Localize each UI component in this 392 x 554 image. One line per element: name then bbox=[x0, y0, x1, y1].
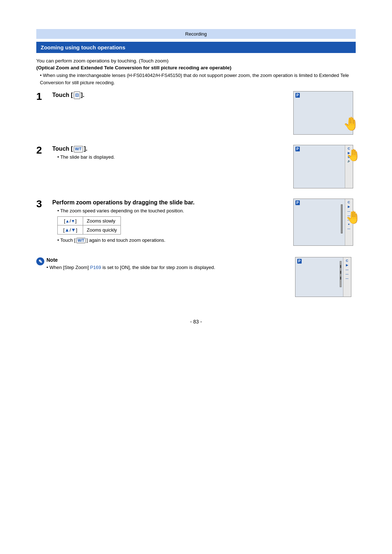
cam-p-badge-2: P bbox=[295, 147, 300, 151]
note-section: ✎ Note • When [Step Zoom] P169 is set to… bbox=[36, 257, 356, 297]
cam-hand-1: 🤚 bbox=[343, 116, 359, 131]
cam-sidebar-note: C ▶ — — — bbox=[343, 257, 351, 297]
step-1-content: Touch [⊡]. bbox=[52, 91, 290, 101]
intro-bold: (Optical Zoom and Extended Tele Conversi… bbox=[36, 65, 356, 70]
zoom-icon-slow: [▲/▼] bbox=[58, 217, 83, 225]
wt-icon-2: W/T bbox=[74, 146, 83, 152]
step-3-title: Perform zoom operations by dragging the … bbox=[52, 199, 283, 207]
cam-screen-note: P C ▶ — — — bbox=[295, 257, 351, 297]
step-3-number: 3 bbox=[36, 199, 49, 210]
step-1-row: 1 Touch [⊡]. P 🤚 bbox=[36, 91, 356, 135]
step-2-image: P C ▶ ⊞ 🔊 🤚 bbox=[290, 145, 356, 188]
step-1-number: 1 bbox=[36, 91, 49, 102]
zoom-table: [▲/▼] Zooms slowly [▲/▼] Zooms quickly bbox=[57, 216, 121, 235]
step-2-content: Touch [W/T]. • The slide bar is displaye… bbox=[52, 145, 290, 160]
note-content: Note • When [Step Zoom] P169 is set to [… bbox=[46, 257, 283, 271]
section-title: Zooming using touch operations bbox=[36, 42, 356, 53]
cam-hand-2: 🤚 bbox=[346, 148, 361, 162]
note-text: • When [Step Zoom] P169 is set to [ON], … bbox=[46, 264, 283, 271]
recording-label: Recording bbox=[185, 31, 207, 37]
page: Recording Zooming using touch operations… bbox=[0, 0, 392, 554]
cam-p-badge-1: P bbox=[295, 93, 300, 98]
step-2-title: Touch [W/T]. bbox=[52, 145, 283, 153]
wt-icon-again: W/T bbox=[76, 238, 86, 243]
zoom-icon-fast: [▲/▼] bbox=[58, 225, 83, 235]
recording-header: Recording bbox=[36, 29, 356, 39]
note-link: P169 bbox=[90, 265, 101, 270]
step-1-title: Touch [⊡]. bbox=[52, 91, 283, 99]
intro-text: You can perform zoom operations by touch… bbox=[36, 58, 356, 64]
cam-step-bar bbox=[340, 261, 342, 287]
zoom-row-slow: [▲/▼] Zooms slowly bbox=[58, 217, 121, 225]
touch-again-note: • Touch [W/T] again to end touch zoom op… bbox=[57, 237, 283, 243]
note-icon: ✎ bbox=[36, 257, 44, 265]
zoom-row-fast: [▲/▼] Zooms quickly bbox=[58, 225, 121, 235]
step-3-image: P C ▶ — — — ● — 🤚 bbox=[290, 199, 356, 246]
cam-p-badge-note: P bbox=[297, 259, 302, 264]
cam-screen-1: P 🤚 bbox=[293, 91, 353, 135]
touch-icon-1: ⊡ bbox=[74, 91, 80, 99]
cam-hand-3: 🤚 bbox=[346, 210, 361, 224]
page-number: - 83 - bbox=[36, 319, 356, 325]
step-2-number: 2 bbox=[36, 145, 49, 156]
note-image: P C ▶ — — — bbox=[290, 257, 356, 297]
step-2-sub: • The slide bar is displayed. bbox=[57, 154, 283, 160]
zoom-label-slow: Zooms slowly bbox=[83, 217, 121, 225]
cam-screen-2: P C ▶ ⊞ 🔊 🤚 bbox=[293, 145, 353, 188]
step-3-content: Perform zoom operations by dragging the … bbox=[52, 199, 290, 247]
step-1-image: P 🤚 bbox=[290, 91, 356, 135]
note-title: Note bbox=[46, 257, 283, 263]
cam-p-badge-3: P bbox=[295, 200, 300, 205]
step-3-row: 3 Perform zoom operations by dragging th… bbox=[36, 199, 356, 247]
step-2-row: 2 Touch [W/T]. • The slide bar is displa… bbox=[36, 145, 356, 188]
cam-screen-3: P C ▶ — — — ● — 🤚 bbox=[293, 199, 353, 246]
cam-zoom-line bbox=[341, 204, 343, 233]
zoom-label-fast: Zooms quickly bbox=[83, 225, 121, 235]
intro-bullet: • When using the interchangeable lenses … bbox=[40, 72, 356, 86]
step-3-speed-note: • The zoom speed varies depending on the… bbox=[57, 208, 283, 213]
